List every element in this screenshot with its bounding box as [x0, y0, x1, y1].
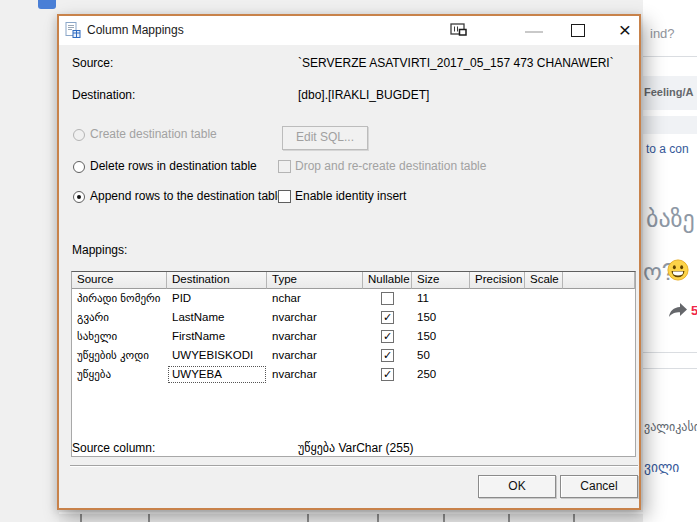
drop-recreate-checkbox[interactable]: [278, 160, 291, 173]
maximize-icon: [571, 24, 585, 37]
close-icon: ×: [619, 18, 631, 41]
header-type: Type: [267, 272, 363, 289]
cell-type[interactable]: nchar: [267, 289, 363, 308]
identity-insert-label: Enable identity insert: [295, 189, 406, 203]
grid-header-row: Source Destination Type Nullable Size Pr…: [72, 272, 635, 289]
background-webpage-sliver: ind? Feeling/A to a con ბაზე ო? 5 ვალიკა…: [643, 0, 697, 522]
cell-filler: [563, 327, 635, 346]
cell-source[interactable]: უწყება: [72, 365, 167, 384]
cell-filler: [563, 346, 635, 365]
source-column-value: უწყება VarChar (255): [298, 441, 414, 455]
feeling-activity-fragment[interactable]: Feeling/A: [644, 86, 694, 98]
create-table-label: Create destination table: [90, 127, 217, 141]
comment-link-fragment[interactable]: to a con: [646, 142, 689, 156]
occluded-window-fragment: [38, 0, 56, 9]
cell-filler: [563, 289, 635, 308]
identity-insert-checkbox[interactable]: [278, 190, 291, 203]
create-table-radio[interactable]: [73, 129, 85, 141]
divider: [643, 56, 697, 57]
cell-type[interactable]: nvarchar: [267, 327, 363, 346]
append-rows-radio[interactable]: [73, 191, 85, 203]
divider: [643, 368, 697, 369]
ok-button[interactable]: OK: [478, 475, 556, 498]
comment-box-band: [643, 116, 697, 134]
status-text-line1: ბაზე: [646, 205, 695, 233]
share-count-fragment: 5: [691, 303, 697, 318]
close-button[interactable]: ×: [611, 16, 639, 45]
cell-destination[interactable]: LastName: [167, 308, 267, 327]
cell-source[interactable]: უწყების კოდი: [72, 346, 167, 365]
cell-size[interactable]: 150: [412, 327, 470, 346]
table-row: უწყების კოდი UWYEBISKODI nvarchar 50: [72, 346, 635, 365]
dialog-app-icon: [65, 22, 81, 38]
nullable-checkbox[interactable]: [381, 368, 394, 381]
header-destination: Destination: [167, 272, 267, 289]
cell-scale[interactable]: [525, 289, 563, 308]
dialog-titlebar[interactable]: Column Mappings ×: [59, 16, 639, 45]
table-row: სახელი FirstName nvarchar 150: [72, 327, 635, 346]
table-row: უწყება UWYEBA nvarchar 250: [72, 365, 635, 384]
cancel-button[interactable]: Cancel: [560, 475, 638, 498]
cell-size[interactable]: 150: [412, 308, 470, 327]
cell-type[interactable]: nvarchar: [267, 346, 363, 365]
cell-filler: [563, 365, 635, 384]
cell-scale[interactable]: [525, 365, 563, 384]
cell-precision[interactable]: [470, 365, 525, 384]
cell-source[interactable]: გვარი: [72, 308, 167, 327]
cell-type[interactable]: nvarchar: [267, 365, 363, 384]
header-source: Source: [72, 272, 167, 289]
delete-rows-radio[interactable]: [73, 161, 85, 173]
cell-type[interactable]: nvarchar: [267, 308, 363, 327]
minimize-button[interactable]: [523, 16, 547, 45]
cell-source[interactable]: სახელი: [72, 327, 167, 346]
screen: ind? Feeling/A to a con ბაზე ო? 5 ვალიკა…: [0, 0, 697, 522]
source-column-label: Source column:: [72, 441, 155, 455]
cell-scale[interactable]: [525, 327, 563, 346]
cell-size[interactable]: 250: [412, 365, 470, 384]
cell-precision[interactable]: [470, 327, 525, 346]
divider: [643, 352, 697, 353]
nullable-checkbox[interactable]: [381, 330, 394, 343]
cell-precision[interactable]: [470, 289, 525, 308]
dialog-title: Column Mappings: [87, 16, 184, 45]
header-precision: Precision: [470, 272, 525, 289]
cell-precision[interactable]: [470, 308, 525, 327]
name-fragment: ვალიკასი: [644, 420, 697, 434]
nullable-checkbox[interactable]: [381, 311, 394, 324]
delete-rows-label: Delete rows in destination table: [90, 159, 257, 173]
dialog-body: Source: `SERVERZE ASATVIRTI_2017_05_157 …: [59, 45, 639, 508]
minimize-icon: [525, 31, 543, 33]
composer-placeholder-fragment[interactable]: ind?: [650, 26, 675, 41]
cell-scale[interactable]: [525, 346, 563, 365]
cell-source[interactable]: პირადი ნომერი: [72, 289, 167, 308]
mappings-label: Mappings:: [72, 243, 127, 257]
destination-value: [dbo].[IRAKLI_BUGDET]: [298, 88, 429, 102]
source-label: Source:: [72, 56, 113, 70]
cell-destination[interactable]: FirstName: [167, 327, 267, 346]
table-row: პირადი ნომერი PID nchar 11: [72, 289, 635, 308]
feedback-window-icon[interactable]: [450, 23, 468, 38]
cell-size[interactable]: 50: [412, 346, 470, 365]
drop-recreate-label: Drop and re-create destination table: [295, 159, 486, 173]
cell-destination-selected[interactable]: UWYEBA: [167, 365, 267, 384]
mappings-grid: Source Destination Type Nullable Size Pr…: [71, 271, 636, 457]
table-row: გვარი LastName nvarchar 150: [72, 308, 635, 327]
edit-sql-button[interactable]: Edit SQL...: [282, 126, 368, 150]
cell-size[interactable]: 11: [412, 289, 470, 308]
header-filler: [563, 272, 635, 289]
share-icon[interactable]: [668, 302, 688, 318]
cell-destination[interactable]: PID: [167, 289, 267, 308]
cell-precision[interactable]: [470, 346, 525, 365]
header-nullable: Nullable: [363, 272, 412, 289]
cell-destination[interactable]: UWYEBISKODI: [167, 346, 267, 365]
maximize-button[interactable]: [567, 16, 591, 45]
link-fragment[interactable]: ვილი: [644, 459, 679, 475]
footer-divider: [70, 465, 638, 467]
nullable-checkbox[interactable]: [381, 292, 394, 305]
header-scale: Scale: [525, 272, 563, 289]
nullable-checkbox[interactable]: [381, 349, 394, 362]
grinning-emoji-icon: [667, 259, 689, 281]
cell-scale[interactable]: [525, 308, 563, 327]
source-value: `SERVERZE ASATVIRTI_2017_05_157 473 CHAN…: [298, 56, 614, 70]
append-rows-label: Append rows to the destination table: [90, 189, 284, 203]
